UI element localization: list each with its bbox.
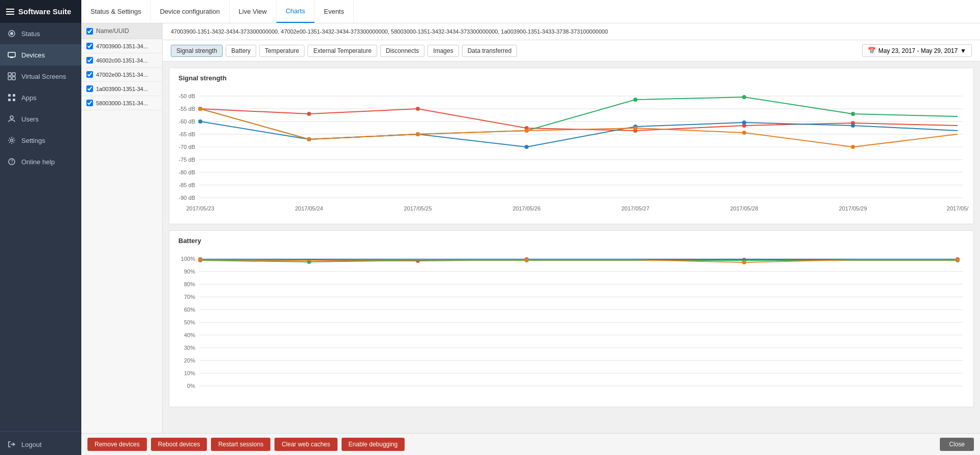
device-row[interactable]: 1a003900-1351-34... — [81, 82, 162, 96]
svg-rect-6 — [8, 77, 11, 80]
svg-text:50%: 50% — [184, 319, 195, 325]
svg-point-69 — [851, 145, 855, 149]
svg-text:40%: 40% — [184, 332, 195, 338]
sidebar-item-logout[interactable]: Logout — [0, 434, 81, 455]
svg-point-106 — [525, 258, 529, 262]
tab-events[interactable]: Events — [315, 0, 354, 23]
device-row[interactable]: 47002e00-1351-34... — [81, 68, 162, 82]
filter-tab-temperature[interactable]: Temperature — [259, 45, 304, 57]
sidebar-label-settings: Settings — [21, 137, 45, 144]
sidebar-label-virtual-screens: Virtual Screens — [21, 73, 66, 80]
filter-tab-signal[interactable]: Signal strength — [171, 45, 223, 57]
top-nav: Status & Settings Device configuration L… — [81, 0, 980, 23]
filter-tab-data-transferred[interactable]: Data transferred — [462, 45, 517, 57]
settings-icon — [7, 136, 16, 145]
close-button[interactable]: Close — [940, 438, 974, 451]
battery-chart-svg-container: .grid-line { stroke: #e0e0e0; stroke-wid… — [173, 249, 969, 403]
svg-point-59 — [525, 145, 529, 149]
svg-text:?: ? — [11, 159, 14, 165]
remove-devices-button[interactable]: Remove devices — [87, 438, 147, 451]
svg-text:-75 dB: -75 dB — [179, 157, 195, 163]
device-checkbox-1[interactable] — [86, 43, 93, 49]
device-name-1: 47003900-1351-34... — [96, 43, 148, 49]
device-row[interactable]: 47003900-1351-34... — [81, 39, 162, 53]
status-icon — [7, 29, 16, 38]
svg-text:-55 dB: -55 dB — [179, 106, 195, 112]
app-title: Software Suite — [18, 7, 71, 16]
sidebar-label-online-help: Online help — [21, 158, 55, 166]
filter-tab-disconnects[interactable]: Disconnects — [380, 45, 424, 57]
sidebar-item-devices[interactable]: Devices — [0, 44, 81, 66]
select-all-checkbox[interactable] — [86, 28, 93, 35]
svg-text:20%: 20% — [184, 357, 195, 363]
virtual-screens-icon — [7, 72, 16, 81]
sidebar: Software Suite Status Devices Virtual Sc… — [0, 0, 81, 455]
device-row[interactable]: 58003000-1351-34... — [81, 96, 162, 110]
battery-chart: Battery .grid-line { stroke: #e0e0e0; st… — [169, 230, 974, 407]
svg-rect-7 — [12, 77, 15, 80]
svg-text:2017/05/26: 2017/05/26 — [512, 205, 540, 211]
calendar-icon: 📅 — [868, 47, 876, 54]
uuid-text: 47003900-1351-3432-3434-373300000000, 47… — [171, 28, 608, 35]
svg-point-61 — [742, 120, 746, 125]
svg-point-66 — [525, 129, 529, 133]
signal-chart-title: Signal strength — [173, 74, 969, 82]
sidebar-label-logout: Logout — [21, 441, 42, 448]
tab-device-config[interactable]: Device configuration — [151, 0, 230, 23]
sidebar-item-users[interactable]: Users — [0, 108, 81, 130]
device-list-header-label: Name/UUID — [96, 27, 129, 35]
svg-point-63 — [198, 107, 202, 111]
sidebar-item-settings[interactable]: Settings — [0, 130, 81, 151]
sidebar-footer: Logout — [0, 429, 81, 455]
sidebar-header: Software Suite — [0, 0, 81, 23]
help-icon: ? — [7, 157, 16, 166]
device-row[interactable]: 46002c00-1351-34... — [81, 53, 162, 68]
sidebar-label-users: Users — [21, 115, 39, 123]
svg-text:10%: 10% — [184, 370, 195, 376]
svg-text:80%: 80% — [184, 281, 195, 287]
sidebar-item-virtual-screens[interactable]: Virtual Screens — [0, 66, 81, 87]
svg-point-62 — [851, 124, 855, 128]
chart-panel: 47003900-1351-3432-3434-373300000000, 47… — [163, 23, 980, 433]
filter-tabs: Signal strength Battery Temperature Exte… — [163, 40, 980, 62]
filter-tab-images[interactable]: Images — [427, 45, 458, 57]
filter-tab-ext-temp[interactable]: External Temperature — [308, 45, 377, 57]
tab-status-settings[interactable]: Status & Settings — [81, 0, 151, 23]
sidebar-label-apps: Apps — [21, 94, 37, 102]
users-icon — [7, 114, 16, 124]
signal-chart-svg-container: .grid-line { stroke: #e0e0e0; stroke-wid… — [173, 86, 969, 220]
svg-point-43 — [307, 112, 311, 116]
device-checkbox-2[interactable] — [86, 57, 93, 64]
restart-sessions-button[interactable]: Restart sessions — [211, 438, 270, 451]
devices-icon — [7, 50, 16, 59]
svg-point-53 — [633, 98, 637, 102]
date-picker[interactable]: 📅 May 23, 2017 - May 29, 2017 ▼ — [862, 44, 972, 57]
tab-live-view[interactable]: Live View — [230, 0, 277, 23]
reboot-devices-button[interactable]: Reboot devices — [151, 438, 207, 451]
sidebar-item-online-help[interactable]: ? Online help — [0, 151, 81, 172]
sidebar-divider — [0, 431, 81, 432]
svg-rect-10 — [8, 99, 11, 101]
svg-text:-85 dB: -85 dB — [179, 182, 195, 188]
sidebar-item-apps[interactable]: Apps — [0, 87, 81, 108]
enable-debugging-button[interactable]: Enable debugging — [342, 438, 405, 451]
svg-point-67 — [633, 126, 637, 130]
svg-text:2017/05/: 2017/05/ — [947, 205, 969, 211]
tab-charts[interactable]: Charts — [277, 0, 315, 23]
svg-point-13 — [11, 139, 13, 142]
svg-rect-8 — [8, 94, 11, 97]
uuid-bar: 47003900-1351-3432-3434-373300000000, 47… — [163, 23, 980, 40]
svg-text:-50 dB: -50 dB — [179, 93, 195, 99]
filter-tab-battery[interactable]: Battery — [226, 45, 256, 57]
device-checkbox-3[interactable] — [86, 71, 93, 78]
clear-web-caches-button[interactable]: Clear web caches — [274, 438, 337, 451]
hamburger-icon[interactable] — [6, 9, 14, 15]
device-checkbox-4[interactable] — [86, 85, 93, 92]
svg-point-68 — [742, 131, 746, 135]
device-checkbox-5[interactable] — [86, 100, 93, 106]
svg-point-108 — [956, 258, 960, 262]
svg-text:2017/05/27: 2017/05/27 — [621, 205, 649, 211]
svg-text:-65 dB: -65 dB — [179, 131, 195, 137]
svg-text:2017/05/25: 2017/05/25 — [404, 205, 432, 211]
sidebar-item-status[interactable]: Status — [0, 23, 81, 44]
